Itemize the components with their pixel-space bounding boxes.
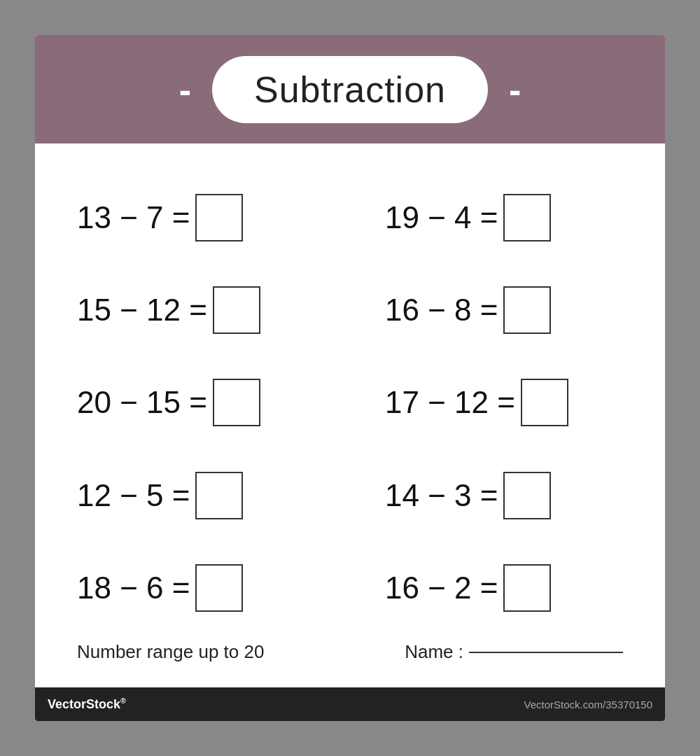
equation-5-text: 20 − 15 =: [77, 385, 207, 420]
equation-4-text: 16 − 8 =: [385, 293, 498, 328]
equation-row-6: 17 − 12 =: [357, 356, 623, 449]
equation-1-text: 13 − 7 =: [77, 200, 190, 235]
answer-box-6[interactable]: [521, 379, 568, 426]
worksheet-title: Subtraction: [254, 69, 446, 110]
equation-row-7: 12 − 5 =: [77, 449, 343, 542]
answer-box-7[interactable]: [195, 472, 243, 519]
equation-row-10: 16 − 2 =: [357, 542, 623, 634]
watermark-bar: VectorStock® VectorStock.com/35370150: [35, 687, 665, 721]
footer-info: Number range up to 20 Name :: [77, 634, 623, 673]
equation-row-3: 15 − 12 =: [77, 264, 343, 356]
answer-box-9[interactable]: [195, 564, 243, 612]
equation-row-2: 19 − 4 =: [357, 172, 623, 264]
name-underline[interactable]: [469, 652, 623, 653]
answer-box-4[interactable]: [503, 286, 551, 334]
answer-box-1[interactable]: [195, 194, 243, 241]
answer-box-5[interactable]: [213, 379, 260, 426]
worksheet-header: - Subtraction -: [35, 35, 665, 144]
number-range-label: Number range up to 20: [77, 641, 264, 663]
right-dash: -: [509, 71, 521, 108]
answer-box-10[interactable]: [503, 564, 551, 612]
equation-row-1: 13 − 7 =: [77, 172, 343, 264]
watermark-right: VectorStock.com/35370150: [524, 699, 652, 710]
equation-row-4: 16 − 8 =: [357, 264, 623, 356]
equation-8-text: 14 − 3 =: [385, 478, 498, 513]
name-field: Name :: [405, 641, 623, 663]
left-dash: -: [179, 71, 191, 108]
name-label: Name :: [405, 641, 463, 663]
equation-row-9: 18 − 6 =: [77, 542, 343, 634]
equation-3-text: 15 − 12 =: [77, 293, 207, 328]
answer-box-8[interactable]: [503, 472, 551, 519]
watermark-left: VectorStock®: [48, 696, 126, 712]
answer-box-2[interactable]: [503, 194, 551, 241]
main-content: 13 − 7 = 19 − 4 = 15 − 12 = 16 − 8 = 20 …: [35, 144, 665, 687]
equations-grid: 13 − 7 = 19 − 4 = 15 − 12 = 16 − 8 = 20 …: [77, 164, 623, 634]
equation-row-8: 14 − 3 =: [357, 449, 623, 542]
equation-7-text: 12 − 5 =: [77, 478, 190, 513]
answer-box-3[interactable]: [213, 286, 260, 334]
equation-row-5: 20 − 15 =: [77, 356, 343, 449]
equation-2-text: 19 − 4 =: [385, 200, 498, 235]
equation-9-text: 18 − 6 =: [77, 570, 190, 606]
title-pill: Subtraction: [212, 56, 488, 123]
equation-10-text: 16 − 2 =: [385, 570, 498, 606]
equation-6-text: 17 − 12 =: [385, 385, 515, 420]
worksheet: - Subtraction - 13 − 7 = 19 − 4 = 15 − 1…: [35, 35, 665, 721]
